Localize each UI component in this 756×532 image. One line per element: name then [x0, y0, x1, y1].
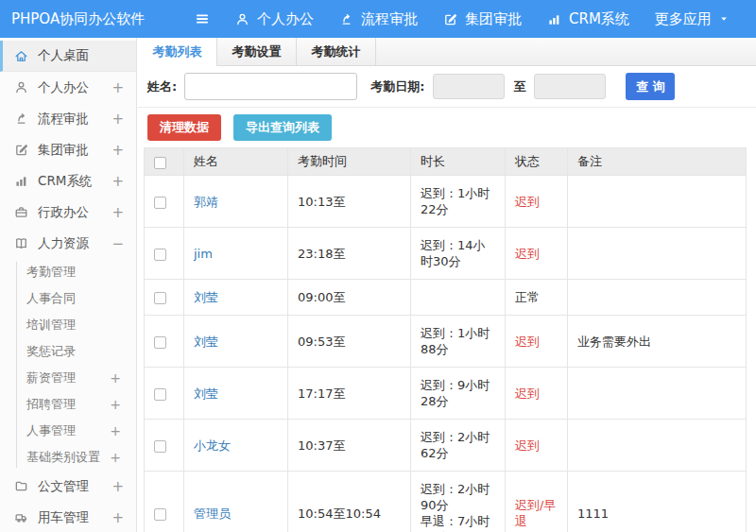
sidebar-item-label: 个人桌面 — [38, 47, 89, 64]
home-icon — [13, 49, 29, 63]
tab-attendance-stats[interactable]: 考勤统计 — [297, 38, 376, 65]
table-row: 刘莹17:17至迟到：9小时28分迟到 — [145, 368, 747, 420]
top-header-bar: PHPOA协同办公软件 个人办公流程审批集团审批CRM系统更多应用 — [0, 0, 756, 38]
header-nav: 个人办公流程审批集团审批CRM系统更多应用 — [235, 10, 729, 28]
date-from-input[interactable] — [433, 74, 505, 99]
edit-icon — [13, 143, 29, 157]
remark-cell — [568, 420, 747, 472]
row-checkbox[interactable] — [154, 440, 166, 453]
column-header: 备注 — [568, 148, 747, 176]
row-checkbox[interactable] — [154, 292, 166, 304]
export-list-button[interactable]: 导出查询列表 — [233, 114, 332, 141]
employee-name-link[interactable]: 小龙女 — [194, 438, 231, 453]
nav-item-集团审批[interactable]: 集团审批 — [443, 10, 522, 28]
clean-data-button[interactable]: 清理数据 — [147, 114, 221, 141]
edit-icon — [443, 12, 457, 26]
nav-item-流程审批[interactable]: 流程审批 — [339, 10, 418, 28]
sidebar-item-label: 流程审批 — [38, 111, 89, 128]
row-checkbox[interactable] — [154, 508, 166, 521]
date-to-input[interactable] — [534, 74, 606, 99]
select-all-cell — [145, 148, 184, 176]
table-row: 郭靖10:13至迟到：1小时22分迟到 — [145, 176, 747, 228]
remark-cell: 1111 — [568, 472, 747, 532]
name-cell: 刘莹 — [184, 280, 288, 316]
tab-attendance-list[interactable]: 考勤列表 — [138, 38, 217, 65]
user-icon — [13, 80, 29, 94]
sidebar-subitem-training[interactable]: 培训管理 — [0, 312, 136, 338]
duration-cell: 迟到：1小时88分 — [411, 316, 506, 368]
table-row: 刘莹09:00至正常 — [145, 280, 747, 316]
menu-toggle-button[interactable] — [194, 11, 211, 26]
sidebar-subitem-label: 培训管理 — [26, 317, 76, 334]
duration-cell — [411, 280, 506, 316]
submenu-human-resources: 考勤管理人事合同培训管理奖惩记录薪资管理+招聘管理+人事管理+基础类别设置+ — [0, 259, 136, 471]
query-button[interactable]: 查 询 — [626, 73, 675, 100]
flow-icon — [339, 12, 353, 26]
chart-icon — [547, 12, 561, 26]
nav-item-个人办公[interactable]: 个人办公 — [235, 10, 314, 28]
main-content: 考勤列表考勤设置考勤统计 姓名: 考勤日期: 至 查 询 清理数据 导出查询列表… — [138, 38, 756, 532]
folder-icon — [13, 479, 29, 493]
sidebar-item-vehicle-mgmt[interactable]: 用车管理+ — [0, 502, 136, 532]
sidebar-item-human-resources[interactable]: 人力资源− — [0, 228, 136, 259]
select-all-checkbox[interactable] — [154, 157, 166, 169]
row-checkbox[interactable] — [154, 388, 166, 401]
name-cell: 管理员 — [184, 472, 288, 532]
column-header: 状态 — [506, 148, 568, 176]
sidebar-subitem-base-category[interactable]: 基础类别设置+ — [0, 444, 136, 471]
row-checkbox[interactable] — [154, 197, 166, 209]
action-toolbar: 清理数据 导出查询列表 — [138, 108, 756, 147]
nav-item-CRM系统[interactable]: CRM系统 — [547, 10, 629, 28]
tab-attendance-settings[interactable]: 考勤设置 — [217, 38, 297, 65]
remark-cell — [568, 280, 747, 316]
sidebar-item-personal-office[interactable]: 个人办公+ — [0, 72, 136, 103]
expand-plus-icon: + — [110, 397, 121, 412]
sidebar-item-label: 公文管理 — [38, 478, 89, 495]
sidebar-subitem-salary[interactable]: 薪资管理+ — [0, 365, 136, 391]
row-checkbox[interactable] — [154, 336, 166, 349]
nav-item-更多应用[interactable]: 更多应用 — [655, 10, 729, 28]
employee-name-link[interactable]: 郭靖 — [194, 195, 218, 209]
employee-name-link[interactable]: jim — [194, 247, 213, 261]
sidebar-item-crm-system[interactable]: CRM系统+ — [0, 165, 136, 197]
nav-item-label: 流程审批 — [361, 10, 418, 28]
sidebar-item-group-approval[interactable]: 集团审批+ — [0, 134, 136, 165]
employee-name-link[interactable]: 管理员 — [194, 506, 231, 521]
sidebar-subitem-personnel[interactable]: 人事管理+ — [0, 418, 136, 444]
flow-icon — [13, 112, 29, 126]
sidebar-subitem-attendance[interactable]: 考勤管理 — [0, 259, 136, 285]
employee-name-link[interactable]: 刘莹 — [194, 386, 218, 401]
hamburger-icon — [194, 11, 211, 26]
sidebar-subitem-rewards-records[interactable]: 奖惩记录 — [0, 338, 136, 365]
name-input[interactable] — [184, 73, 357, 100]
expand-plus-icon: + — [112, 142, 124, 159]
employee-name-link[interactable]: 刘莹 — [194, 290, 218, 304]
app-title: PHPOA协同办公软件 — [0, 10, 158, 28]
time-cell: 10:54至10:54 — [288, 472, 411, 532]
sidebar-subitem-label: 考勤管理 — [26, 264, 76, 281]
duration-cell: 迟到：14小时30分 — [411, 228, 506, 280]
status-badge: 迟到 — [506, 176, 568, 228]
sidebar-subitem-recruitment[interactable]: 招聘管理+ — [0, 391, 136, 418]
time-cell: 09:53至 — [288, 316, 411, 368]
collapse-minus-icon: − — [112, 235, 124, 252]
duration-cell: 迟到：2小时62分 — [411, 420, 506, 472]
employee-name-link[interactable]: 刘莹 — [194, 335, 218, 349]
sidebar-menu: 个人桌面个人办公+流程审批+集团审批+CRM系统+行政办公+人力资源−考勤管理人… — [0, 38, 137, 532]
sidebar-item-workflow-approval[interactable]: 流程审批+ — [0, 103, 136, 134]
date-to-label: 至 — [513, 78, 525, 95]
attendance-table-wrap: 姓名考勤时间时长状态备注 郭靖10:13至迟到：1小时22分迟到jim23:18… — [138, 147, 756, 532]
sidebar-subitem-label: 薪资管理 — [26, 369, 76, 386]
sidebar-item-admin-office[interactable]: 行政办公+ — [0, 197, 136, 228]
sidebar-item-document-mgmt[interactable]: 公文管理+ — [0, 471, 136, 502]
time-cell: 09:00至 — [288, 280, 411, 316]
table-row: 小龙女10:37至迟到：2小时62分迟到 — [145, 420, 747, 472]
column-header: 姓名 — [184, 148, 288, 176]
sidebar-item-label: 集团审批 — [38, 142, 89, 159]
car-icon — [13, 510, 29, 524]
sidebar-subitem-hr-contract[interactable]: 人事合同 — [0, 285, 136, 312]
duration-cell: 迟到：9小时28分 — [411, 368, 506, 420]
status-badge: 迟到 — [506, 368, 568, 420]
sidebar-item-desktop[interactable]: 个人桌面 — [0, 41, 136, 72]
row-checkbox[interactable] — [154, 249, 166, 261]
